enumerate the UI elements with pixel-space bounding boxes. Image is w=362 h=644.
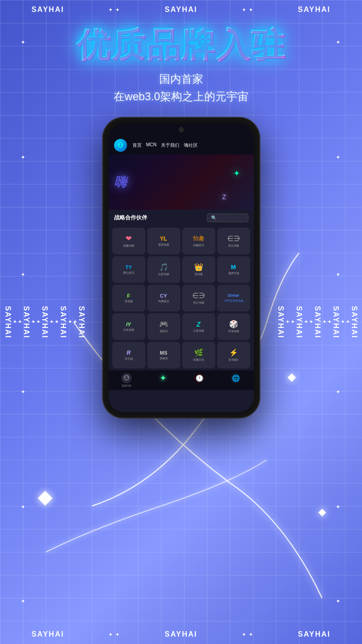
phone-mockup: 首页 MCN 关于我们 嗨社区 嗨 ✦ Z (103, 118, 259, 418)
star-deco-1: ✦ ✦ (109, 7, 120, 12)
star-right-5: ✦ (308, 319, 313, 325)
sayhai-left-5: SAYHAI (4, 306, 12, 339)
glow-butterfly: ✦ (233, 168, 240, 178)
star-left-6: ✦ (30, 319, 35, 325)
brand-card-2[interactable]: YL 星闻传媒 (147, 228, 180, 254)
star-left-5: ✦ (35, 319, 40, 325)
star-left-8: ✦ (12, 319, 17, 325)
star-right-1: ✦ (345, 319, 350, 325)
brand-card-1[interactable]: ❤ 娱趣传媒 (112, 228, 145, 254)
section-title: 战略合作伙伴 (114, 214, 147, 222)
brand-card-15[interactable]: Z 之路传媒 (182, 313, 215, 340)
nav-mcn[interactable]: MCN (146, 142, 157, 149)
nav-community[interactable]: 嗨社区 (184, 142, 198, 149)
nav-items: 首页 MCN 关于我们 嗨社区 (132, 142, 198, 149)
sayhai-bottom-2: SAYHAI (165, 630, 197, 638)
sayhai-right-5: SAYHAI (276, 306, 285, 339)
camera-dot (179, 127, 184, 132)
sayhai-left-border: SAYHAI ✦ ✦ SAYHAI ✦ ✦ SAYHAI ✦ ✦ SAYHAI … (0, 0, 89, 644)
sayhai-right-border: SAYHAI ✦ ✦ SAYHAI ✦ ✦ SAYHAI ✦ ✦ SAYHAI … (273, 0, 362, 644)
brand-card-7[interactable]: 👑 某传媒 (182, 256, 215, 283)
star-right-6: ✦ (303, 319, 308, 325)
star-right-2: ✦ (340, 319, 345, 325)
star-left-3: ✦ (54, 319, 59, 325)
brand-card-9[interactable]: F 某传媒 (112, 285, 145, 311)
brand-card-11[interactable]: ∈∋ 智云传媒 (182, 285, 215, 311)
brand-card-3[interactable]: 怡趣 怡趣娱乐 (182, 228, 215, 254)
brand-card-10[interactable]: CY 钧腾娱乐 (147, 285, 180, 311)
star-deco-bottom-2: ✦ ✦ (242, 632, 253, 637)
nav-about[interactable]: 关于我们 (161, 142, 179, 149)
bottom-nav-sayhi[interactable]: SAYHI (121, 373, 132, 387)
star-left-2: ✦ (67, 319, 72, 325)
sayhai-left-2: SAYHAI (59, 306, 67, 339)
star-left-4: ✦ (49, 319, 54, 325)
brand-grid: ❤ 娱趣传媒 YL 星闻传媒 怡趣 (109, 226, 254, 370)
star-deco-2: ✦ ✦ (242, 7, 253, 12)
brand-card-17[interactable]: R 华互链 (112, 342, 145, 368)
brand-card-sonar[interactable]: Sonar 卢声至世界传媒 (217, 285, 250, 311)
bottom-nav-label-sayhi: SAYHI (122, 384, 132, 387)
app-nav: 首页 MCN 关于我们 嗨社区 (109, 136, 254, 155)
brand-card-16[interactable]: 🎲 手游传媒 (217, 313, 250, 340)
bottom-nav-clock[interactable]: 🕐 (194, 373, 204, 387)
svg-point-12 (124, 375, 129, 380)
star-right-3: ✦ (327, 319, 332, 325)
svg-point-10 (119, 144, 120, 145)
phone-top-bar (109, 123, 254, 136)
phone-bottom-nav: SAYHI ✦ 🕐 (109, 370, 254, 390)
star-left-1: ✦ (72, 319, 77, 325)
brand-card-6[interactable]: 🎵 泊音传媒 (147, 256, 180, 283)
brand-card-8[interactable]: M 漫梦长视 (217, 256, 250, 283)
phone-outer: 首页 MCN 关于我们 嗨社区 嗨 ✦ Z (103, 118, 259, 418)
sayhai-right-1: SAYHAI (350, 306, 358, 339)
star-left-7: ✦ (17, 319, 22, 325)
brand-card-5[interactable]: TY 腾云娱乐 (112, 256, 145, 283)
sayhai-right-3: SAYHAI (313, 306, 322, 339)
sayhai-label-2: SAYHAI (165, 6, 197, 14)
phone-inner: 首页 MCN 关于我们 嗨社区 嗨 ✦ Z (109, 123, 254, 412)
sayhai-left-4: SAYHAI (22, 306, 30, 339)
brand-card-14[interactable]: 🎮 某娱乐 (147, 313, 180, 340)
sayhai-left-3: SAYHAI (40, 306, 49, 339)
sayhai-left-1: SAYHAI (77, 306, 86, 339)
brand-card-4[interactable]: ∈∋ 智云传媒 (217, 228, 250, 254)
brand-card-18[interactable]: MS 某媒体 (147, 342, 180, 368)
section-header: 战略合作伙伴 🔍 (109, 210, 254, 226)
phone-hero-decorative-text: 嗨 (114, 173, 126, 191)
star-right-7: ✦ (290, 319, 295, 325)
brand-card-13[interactable]: IY 永炎传媒 (112, 313, 145, 340)
sayhai-right-4: SAYHAI (295, 306, 303, 339)
nav-home[interactable]: 首页 (132, 142, 142, 149)
search-icon: 🔍 (211, 215, 217, 220)
brand-card-19[interactable]: 🌿 绿播文化 (182, 342, 215, 368)
search-box[interactable]: 🔍 (207, 213, 248, 222)
star-right-4: ✦ (322, 319, 327, 325)
brand-card-20[interactable]: ⚡ 某传媒3 (217, 342, 250, 368)
svg-point-11 (121, 144, 122, 145)
screen-content: 首页 MCN 关于我们 嗨社区 嗨 ✦ Z (109, 136, 254, 412)
star-deco-bottom-1: ✦ ✦ (109, 632, 120, 637)
sayhai-right-2: SAYHAI (332, 306, 340, 339)
bottom-nav-globe[interactable]: 🌐 (230, 373, 241, 387)
phone-hero-image: 嗨 ✦ Z (109, 155, 254, 210)
glow-star: Z (222, 193, 226, 201)
svg-point-14 (127, 377, 128, 378)
svg-point-13 (125, 377, 126, 378)
star-right-8: ✦ (285, 319, 290, 325)
app-logo (114, 139, 127, 152)
bottom-nav-star[interactable]: ✦ (158, 373, 168, 387)
